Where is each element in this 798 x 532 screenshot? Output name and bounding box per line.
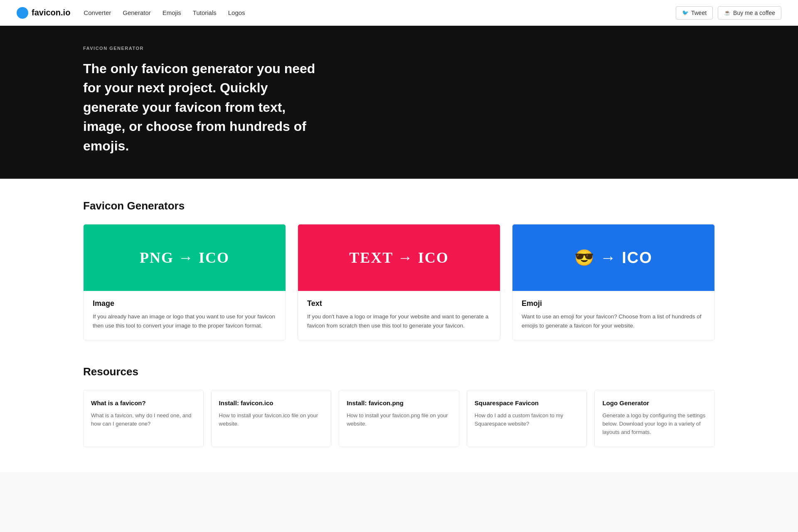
resources-title: Resources xyxy=(83,365,715,378)
nav-link-emojis[interactable]: Emojis xyxy=(163,9,181,16)
emoji-card-visual-text: 😎 → ICO xyxy=(574,249,653,267)
logo[interactable]: favicon.io xyxy=(17,7,70,19)
hero-section: FAVICON GENERATOR The only favicon gener… xyxy=(0,26,798,179)
resource-install-png[interactable]: Install: favicon.png How to install your… xyxy=(339,390,459,447)
text-card[interactable]: TEXT → ICO Text If you don't have a logo… xyxy=(298,224,500,340)
image-card[interactable]: PNG → ICO Image If you already have an i… xyxy=(83,224,286,340)
resource-what-desc: What is a favicon, why do I need one, an… xyxy=(91,411,196,428)
logo-icon xyxy=(17,7,28,19)
image-card-visual: PNG → ICO xyxy=(84,224,286,291)
resource-sq-title: Squarespace Favicon xyxy=(475,399,579,407)
image-card-body: Image If you already have an image or lo… xyxy=(84,291,286,340)
resource-logo-generator[interactable]: Logo Generator Generate a logo by config… xyxy=(594,390,715,447)
emoji-card-visual: 😎 → ICO xyxy=(512,224,714,291)
emoji-card-title: Emoji xyxy=(522,299,705,308)
resource-png-desc: How to install your favicon.png file on … xyxy=(347,411,451,428)
nav-right: 🐦 Tweet ☕ Buy me a coffee xyxy=(676,6,781,20)
nav-links: Converter Generator Emojis Tutorials Log… xyxy=(84,9,245,16)
coffee-icon: ☕ xyxy=(724,10,731,16)
image-card-visual-text: PNG → ICO xyxy=(140,249,229,266)
emoji-card-desc: Want to use an emoji for your favicon? C… xyxy=(522,312,705,330)
nav-left: favicon.io Converter Generator Emojis Tu… xyxy=(17,7,245,19)
text-card-title: Text xyxy=(307,299,491,308)
tweet-button[interactable]: 🐦 Tweet xyxy=(676,6,713,20)
hero-title: The only favicon generator you need for … xyxy=(83,59,316,155)
text-card-body: Text If you don't have a logo or image f… xyxy=(298,291,500,340)
resource-logo-desc: Generate a logo by configuring the setti… xyxy=(602,411,707,436)
emoji-card-body: Emoji Want to use an emoji for your favi… xyxy=(512,291,714,340)
resource-png-title: Install: favicon.png xyxy=(347,399,451,407)
nav-link-logos[interactable]: Logos xyxy=(228,9,245,16)
hero-label: FAVICON GENERATOR xyxy=(83,46,715,51)
text-card-desc: If you don't have a logo or image for yo… xyxy=(307,312,491,330)
resource-what-is-favicon[interactable]: What is a favicon? What is a favicon, wh… xyxy=(83,390,204,447)
main-content: Favicon Generators PNG → ICO Image If yo… xyxy=(0,179,798,472)
logo-text: favicon.io xyxy=(32,8,70,17)
emoji-card[interactable]: 😎 → ICO Emoji Want to use an emoji for y… xyxy=(512,224,715,340)
image-card-title: Image xyxy=(93,299,276,308)
resource-sq-desc: How do I add a custom favicon to my Squa… xyxy=(475,411,579,428)
resources-grid: What is a favicon? What is a favicon, wh… xyxy=(83,390,715,447)
navbar: favicon.io Converter Generator Emojis Tu… xyxy=(0,0,798,26)
resource-install-ico[interactable]: Install: favicon.ico How to install your… xyxy=(211,390,332,447)
nav-link-converter[interactable]: Converter xyxy=(84,9,111,16)
resource-ico-title: Install: favicon.ico xyxy=(219,399,324,407)
nav-link-tutorials[interactable]: Tutorials xyxy=(193,9,217,16)
text-card-visual-text: TEXT → ICO xyxy=(349,249,448,266)
generator-cards: PNG → ICO Image If you already have an i… xyxy=(83,224,715,340)
twitter-icon: 🐦 xyxy=(682,10,689,16)
resource-what-title: What is a favicon? xyxy=(91,399,196,407)
resource-ico-desc: How to install your favicon.ico file on … xyxy=(219,411,324,428)
nav-link-generator[interactable]: Generator xyxy=(123,9,151,16)
text-card-visual: TEXT → ICO xyxy=(298,224,500,291)
resource-squarespace[interactable]: Squarespace Favicon How do I add a custo… xyxy=(467,390,587,447)
coffee-button[interactable]: ☕ Buy me a coffee xyxy=(718,6,781,20)
resource-logo-title: Logo Generator xyxy=(602,399,707,407)
image-card-desc: If you already have an image or logo tha… xyxy=(93,312,276,330)
generators-title: Favicon Generators xyxy=(83,200,715,212)
